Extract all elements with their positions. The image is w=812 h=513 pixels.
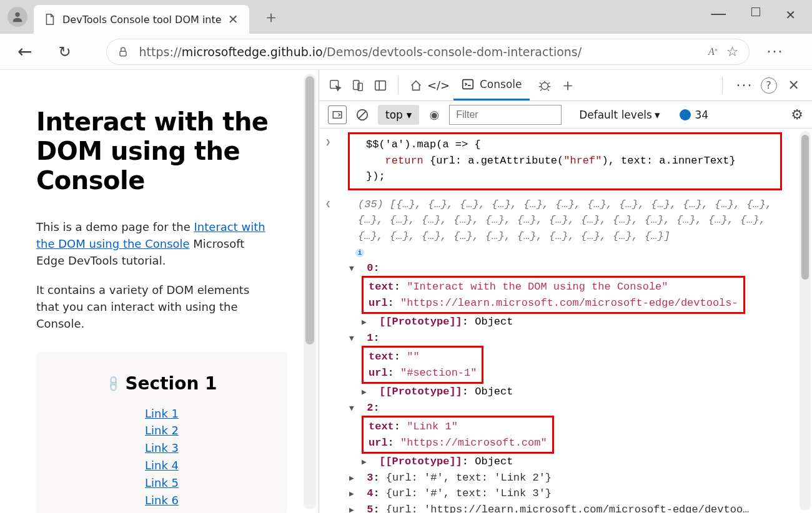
console-icon — [461, 77, 475, 91]
profile-avatar[interactable] — [7, 7, 27, 27]
tab-label: Console — [480, 78, 522, 90]
browser-title-bar: DevTools Console tool DOM inte ✕ ＋ — ✕ — [0, 0, 812, 34]
favorite-icon[interactable]: ☆ — [726, 44, 739, 59]
svg-rect-1 — [120, 51, 126, 56]
prototype-row[interactable]: [[Prototype]]: Object — [362, 314, 808, 330]
devtools-tab-bar: </> Console ＋ ··· ? ✕ — [319, 70, 812, 101]
code-line: return {url: a.getAttribute("href"), tex… — [366, 153, 764, 169]
svg-rect-5 — [375, 81, 386, 90]
chevron-down-icon: ▾ — [655, 109, 660, 121]
result-item-1[interactable]: 1: — [349, 330, 808, 346]
section-1-links: Link 1 Link 2 Link 3 Link 4 Link 5 Link … — [54, 405, 270, 509]
result-summary[interactable]: (35) [{…}, {…}, {…}, {…}, {…}, {…}, {…},… — [337, 197, 774, 245]
page-title: Interact with the DOM using the Console — [36, 107, 287, 196]
minimize-button[interactable]: — — [710, 4, 726, 22]
prototype-row[interactable]: [[Prototype]]: Object — [362, 454, 808, 470]
browser-tab-active[interactable]: DevTools Console tool DOM inte ✕ — [34, 5, 249, 34]
chevron-down-icon: ▾ — [407, 109, 412, 121]
result-item-2-props-highlight: text: "Link 1" url: "https://microsoft.c… — [362, 416, 554, 454]
tab-console[interactable]: Console — [453, 70, 530, 100]
intro-paragraph-1: This is a demo page for the Interact wit… — [36, 218, 274, 269]
help-icon[interactable]: ? — [761, 77, 777, 94]
filter-input[interactable] — [449, 105, 562, 125]
tab-title: DevTools Console tool DOM inte — [62, 14, 222, 26]
device-icon[interactable] — [350, 78, 365, 93]
tab-close-icon[interactable]: ✕ — [222, 12, 241, 27]
prototype-row[interactable]: [[Prototype]]: Object — [362, 384, 808, 400]
clear-console-button[interactable] — [353, 105, 372, 124]
list-item[interactable]: Link 5 — [54, 474, 270, 492]
page-scrollbar[interactable] — [304, 74, 316, 509]
console-toolbar: top▾ ◉ Default levels ▾ 34 ⚙ — [319, 101, 812, 129]
list-item[interactable]: Link 3 — [54, 439, 270, 457]
page-content: Interact with the DOM using the Console … — [0, 70, 319, 513]
intro-paragraph-2: It contains a variety of DOM elements th… — [36, 281, 274, 332]
console-output[interactable]: $$('a').map(a => { return {url: a.getAtt… — [319, 129, 812, 513]
devtools-close-button[interactable]: ✕ — [785, 77, 803, 93]
browser-menu-button[interactable]: ··· — [767, 44, 784, 59]
output-marker-icon — [325, 198, 337, 211]
console-scrollbar[interactable] — [800, 131, 811, 511]
result-item-0[interactable]: 0: — [349, 260, 808, 276]
page-icon — [42, 12, 56, 26]
list-item[interactable]: Link 4 — [54, 457, 270, 474]
input-code-highlight: $$('a').map(a => { return {url: a.getAtt… — [348, 132, 782, 190]
live-expression-icon[interactable]: ◉ — [429, 108, 439, 121]
welcome-icon[interactable] — [408, 78, 423, 93]
add-tab-button[interactable]: ＋ — [560, 74, 576, 96]
result-item-1-props-highlight: text: "" url: "#section-1" — [362, 346, 483, 384]
toggle-sidebar-button[interactable] — [328, 105, 347, 124]
result-item-0-props-highlight: text: "Interact with the DOM using the C… — [362, 276, 745, 314]
dock-icon[interactable] — [373, 78, 388, 93]
back-button[interactable]: ← — [10, 39, 39, 64]
new-tab-button[interactable]: ＋ — [263, 6, 279, 28]
list-item[interactable]: Link 2 — [54, 422, 270, 439]
section-1-box: 🔗Section 1 Link 1 Link 2 Link 3 Link 4 L… — [36, 352, 287, 513]
lock-icon — [117, 46, 129, 58]
window-controls: — ✕ — [710, 7, 807, 26]
maximize-button[interactable] — [751, 7, 760, 16]
url-bar[interactable]: https://microsoftedge.github.io/Demos/de… — [106, 39, 750, 65]
result-item-3[interactable]: 3: {url: '#', text: 'Link 2'} — [349, 470, 808, 486]
section-1-heading: 🔗Section 1 — [106, 373, 217, 394]
url-text: https://microsoftedge.github.io/Demos/de… — [139, 45, 582, 59]
browser-toolbar: ← ↻ https://microsoftedge.github.io/Demo… — [0, 34, 812, 70]
list-item[interactable]: Link 1 — [54, 405, 270, 423]
svg-point-0 — [15, 12, 19, 17]
bug-icon[interactable] — [537, 78, 552, 93]
svg-rect-7 — [463, 80, 473, 89]
result-item-5[interactable]: 5: {url: 'https://learn.microsoft.com/mi… — [349, 502, 808, 514]
log-levels-selector[interactable]: Default levels ▾ — [579, 109, 660, 121]
elements-icon[interactable]: </> — [431, 78, 446, 93]
settings-icon[interactable]: ⚙ — [791, 107, 803, 122]
link-icon[interactable]: 🔗 — [104, 374, 122, 393]
window-close-button[interactable]: ✕ — [785, 7, 796, 26]
devtools-panel: </> Console ＋ ··· ? ✕ top▾ ◉ Default lev… — [319, 70, 812, 513]
result-item-4[interactable]: 4: {url: '#', text: 'Link 3'} — [349, 486, 808, 502]
devtools-menu-button[interactable]: ··· — [736, 77, 753, 93]
result-item-2[interactable]: 2: — [349, 400, 808, 416]
code-line: $$('a').map(a => { — [366, 137, 764, 153]
refresh-button[interactable]: ↻ — [58, 43, 71, 61]
svg-line-11 — [359, 111, 366, 118]
input-marker-icon — [325, 136, 337, 149]
issues-counter[interactable]: 34 — [680, 109, 708, 121]
list-item[interactable]: Link 6 — [54, 492, 270, 509]
issue-badge-icon — [680, 109, 691, 120]
content-split: Interact with the DOM using the Console … — [0, 70, 812, 513]
inspect-icon[interactable] — [328, 78, 343, 93]
info-icon[interactable]: i — [355, 248, 364, 257]
svg-point-8 — [541, 82, 548, 89]
read-aloud-icon[interactable]: A» — [708, 46, 718, 57]
code-line: }); — [366, 169, 764, 185]
context-selector[interactable]: top▾ — [378, 105, 419, 125]
